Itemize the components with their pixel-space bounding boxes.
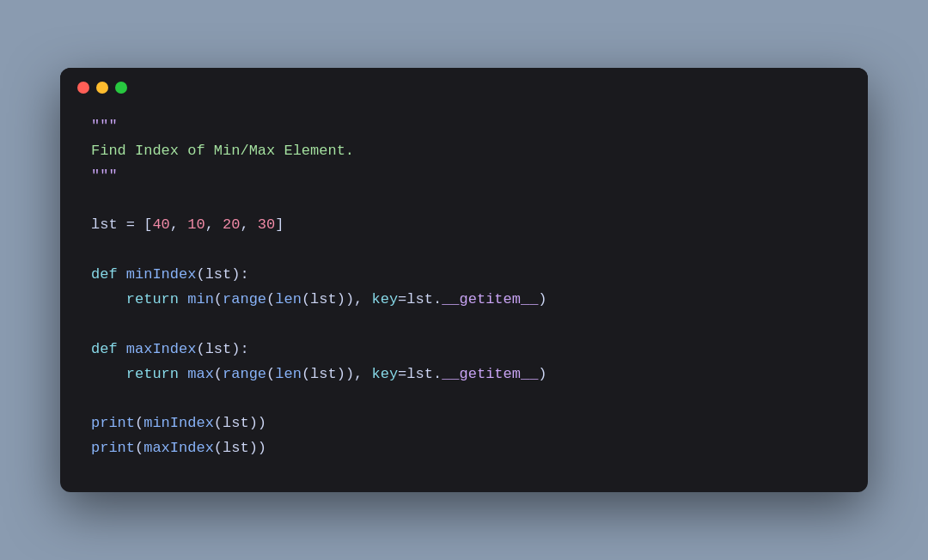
- code-editor: """ Find Index of Min/Max Element. """ l…: [60, 104, 868, 492]
- minIndex-call: minIndex: [143, 415, 214, 431]
- lst-arg-2: lst: [310, 366, 337, 382]
- key-kw-2: key: [372, 366, 399, 382]
- print-fn-2: print: [91, 440, 135, 456]
- maxIndex-call: maxIndex: [143, 440, 214, 456]
- def-kw-1: def: [91, 266, 118, 283]
- range-fn-2: range: [223, 366, 266, 382]
- lst-call-2: lst: [223, 440, 249, 456]
- num-30: 30: [258, 216, 275, 233]
- title-bar: [60, 68, 868, 104]
- num-40: 40: [152, 216, 169, 233]
- range-fn-1: range: [223, 291, 266, 307]
- docstring-close: """: [91, 167, 118, 184]
- print-fn-1: print: [91, 415, 135, 431]
- def-kw-2: def: [91, 341, 118, 357]
- lst-param-1: lst: [205, 266, 232, 283]
- lst-ref-1: lst: [406, 291, 433, 307]
- getitem-dunder-2: __getitem__: [442, 366, 538, 382]
- minIndex-fn: minIndex: [126, 266, 197, 283]
- lst-call-1: lst: [223, 415, 249, 431]
- return-kw-2: return: [126, 366, 179, 382]
- lst-ref-2: lst: [406, 366, 433, 382]
- close-button[interactable]: [77, 82, 89, 94]
- lst-arg-1: lst: [310, 291, 337, 307]
- key-kw-1: key: [372, 291, 399, 307]
- min-fn: min: [187, 291, 214, 307]
- docstring-text: Find Index of Min/Max Element.: [91, 143, 354, 159]
- lst-param-2: lst: [205, 341, 232, 357]
- docstring-open: """: [91, 118, 118, 134]
- num-20: 20: [223, 216, 240, 233]
- lst-var: lst: [91, 216, 118, 233]
- maximize-button[interactable]: [115, 82, 127, 94]
- num-10: 10: [187, 216, 205, 233]
- max-fn: max: [187, 366, 214, 382]
- maxIndex-fn: maxIndex: [126, 341, 197, 357]
- len-fn-2: len: [275, 366, 302, 382]
- code-window: """ Find Index of Min/Max Element. """ l…: [60, 68, 868, 492]
- minimize-button[interactable]: [96, 82, 108, 94]
- getitem-dunder-1: __getitem__: [442, 291, 538, 307]
- return-kw-1: return: [126, 291, 179, 307]
- len-fn-1: len: [275, 291, 302, 307]
